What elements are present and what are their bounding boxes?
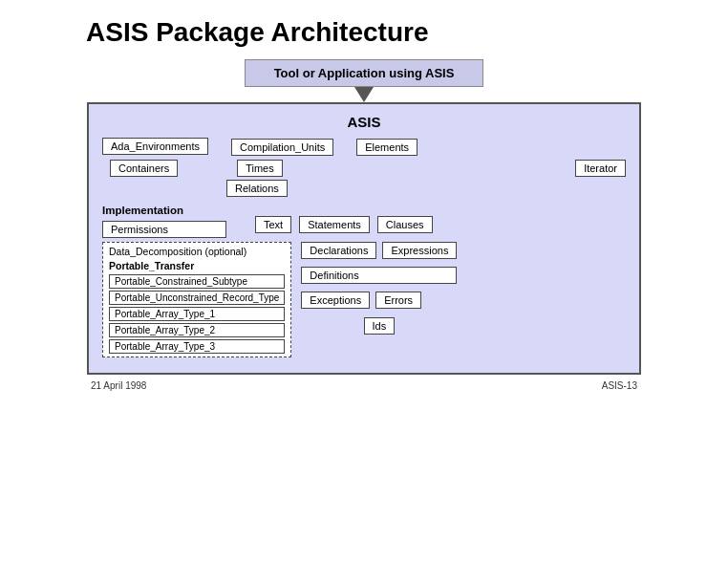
exceptions-box: Exceptions	[301, 292, 370, 309]
asis-outer-box: ASIS Ada_Environments Compilation_Units …	[87, 102, 641, 375]
row-e: Data_Decomposition (optional) Portable_T…	[102, 242, 626, 357]
footer-date: 21 April 1998	[91, 380, 146, 391]
ids-container: Ids	[301, 316, 457, 335]
row-b: Containers Times Iterator	[102, 159, 626, 177]
elements-box: Elements	[356, 139, 418, 156]
text-stmt-clause-row: Text Statements Clauses	[255, 216, 433, 233]
portable-group: Portable_Transfer Portable_Constrained_S…	[109, 260, 285, 354]
page: ASIS Package Architecture Tool or Applic…	[0, 0, 728, 562]
main-area: Tool or Application using ASIS ASIS Ada_…	[29, 59, 699, 391]
footer-code: ASIS-13	[602, 380, 637, 391]
ada-environments-box: Ada_Environments	[102, 138, 208, 155]
errors-box: Errors	[375, 292, 421, 309]
page-title: ASIS Package Architecture	[86, 17, 428, 48]
exceptions-errors-row: Exceptions Errors	[301, 292, 457, 309]
statements-box: Statements	[299, 216, 370, 233]
ids-box: Ids	[364, 317, 396, 335]
decl-expr-col: Declarations Expressions Definitions Exc…	[301, 242, 457, 335]
portable-array-1-box: Portable_Array_Type_1	[109, 307, 285, 321]
times-box: Times	[237, 160, 283, 177]
footer-row: 21 April 1998 ASIS-13	[87, 380, 641, 391]
implementation-label: Implementation	[102, 203, 226, 218]
tool-box: Tool or Application using ASIS	[245, 59, 484, 87]
asis-label: ASIS	[102, 114, 626, 130]
permissions-box: Permissions	[102, 221, 226, 238]
declarations-box: Declarations	[301, 242, 376, 259]
impl-col: Implementation Permissions	[102, 203, 226, 238]
definitions-box: Definitions	[301, 267, 457, 284]
text-box: Text	[255, 216, 291, 233]
relations-box: Relations	[226, 180, 288, 197]
row-c: Relations	[226, 180, 626, 197]
portable-unconstrained-record-box: Portable_Unconstrained_Record_Type	[109, 291, 285, 305]
iterator-box: Iterator	[575, 160, 626, 177]
row-a: Ada_Environments Compilation_Units Eleme…	[102, 138, 626, 156]
portable-array-2-box: Portable_Array_Type_2	[109, 323, 285, 337]
portable-array-3-box: Portable_Array_Type_3	[109, 339, 285, 354]
containers-box: Containers	[110, 160, 178, 177]
data-decomposition-box: Data_Decomposition (optional) Portable_T…	[102, 242, 291, 357]
row-d: Implementation Permissions Text Statemen…	[102, 203, 626, 238]
compilation-units-box: Compilation_Units	[231, 139, 333, 156]
arrow-down-icon	[354, 87, 374, 102]
portable-constrained-subtype-box: Portable_Constrained_Subtype	[109, 274, 285, 289]
portable-transfer-label: Portable_Transfer	[109, 260, 285, 271]
clauses-box: Clauses	[377, 216, 433, 233]
decl-expr-row: Declarations Expressions	[301, 242, 457, 259]
expressions-box: Expressions	[382, 242, 457, 259]
